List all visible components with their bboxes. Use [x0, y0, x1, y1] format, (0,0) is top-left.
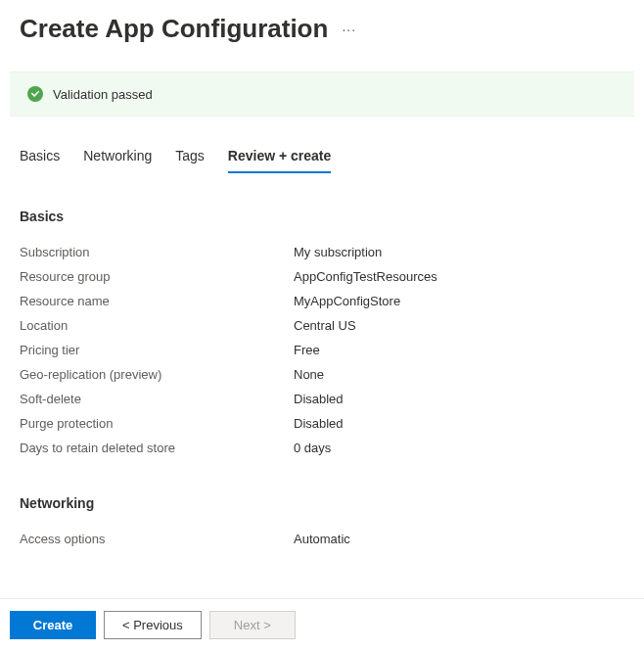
row-retain-days: Days to retain deleted store 0 days [20, 436, 624, 460]
footer: Create < Previous Next > [0, 598, 644, 651]
value-pricing-tier: Free [294, 343, 320, 357]
value-purge-protection: Disabled [294, 416, 344, 431]
label-purge-protection: Purge protection [20, 416, 294, 431]
label-subscription: Subscription [20, 245, 294, 259]
tab-tags[interactable]: Tags [175, 148, 205, 173]
page-title: Create App Configuration [20, 14, 328, 44]
value-soft-delete: Disabled [294, 392, 344, 406]
row-geo-replication: Geo-replication (preview) None [20, 362, 624, 387]
validation-message: Validation passed [53, 87, 153, 102]
label-retain-days: Days to retain deleted store [20, 441, 294, 455]
value-access-options: Automatic [294, 532, 350, 546]
row-location: Location Central US [20, 313, 624, 338]
more-actions-icon[interactable]: ··· [342, 22, 356, 37]
page-header: Create App Configuration ··· [0, 0, 644, 54]
value-subscription: My subscription [294, 245, 382, 259]
tabs: Basics Networking Tags Review + create [0, 116, 644, 173]
tab-review-create[interactable]: Review + create [228, 148, 331, 173]
value-resource-name: MyAppConfigStore [294, 294, 400, 308]
label-geo-replication: Geo-replication (preview) [20, 367, 294, 382]
value-retain-days: 0 days [294, 441, 331, 455]
label-access-options: Access options [20, 532, 294, 546]
content: Basics Subscription My subscription Reso… [0, 209, 644, 629]
label-pricing-tier: Pricing tier [20, 343, 294, 357]
row-subscription: Subscription My subscription [20, 240, 624, 264]
row-resource-group: Resource group AppConfigTestResources [20, 264, 624, 289]
next-button: Next > [209, 611, 296, 639]
value-resource-group: AppConfigTestResources [294, 269, 437, 284]
previous-button[interactable]: < Previous [104, 611, 202, 639]
validation-banner: Validation passed [10, 71, 634, 116]
check-circle-icon [27, 86, 43, 102]
tab-networking[interactable]: Networking [83, 148, 152, 173]
label-location: Location [20, 318, 294, 333]
section-title-basics: Basics [20, 209, 624, 224]
value-location: Central US [294, 318, 356, 333]
tab-basics[interactable]: Basics [20, 148, 60, 173]
label-resource-group: Resource group [20, 269, 294, 284]
row-access-options: Access options Automatic [20, 527, 624, 551]
row-soft-delete: Soft-delete Disabled [20, 387, 624, 411]
row-pricing-tier: Pricing tier Free [20, 338, 624, 362]
label-soft-delete: Soft-delete [20, 392, 294, 406]
row-resource-name: Resource name MyAppConfigStore [20, 289, 624, 313]
row-purge-protection: Purge protection Disabled [20, 411, 624, 436]
section-title-networking: Networking [20, 495, 624, 511]
value-geo-replication: None [294, 367, 324, 382]
create-button[interactable]: Create [10, 611, 96, 639]
label-resource-name: Resource name [20, 294, 294, 308]
